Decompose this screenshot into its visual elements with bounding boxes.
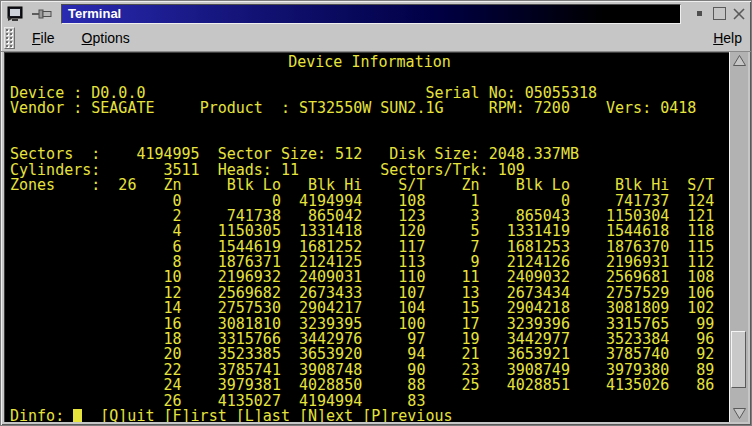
window-title: Terminal (68, 6, 121, 21)
zone-row: 8 1876371 2124125 113 9 2124126 2196931 … (10, 255, 729, 270)
terminal-app-icon (7, 6, 25, 22)
blank-line (10, 117, 729, 132)
zones-header-line: Zones : 26 Zn Blk Lo Blk Hi S/T Zn Blk L… (10, 178, 729, 193)
dinfo-menu-hints: [Q]uit [F]irst [L]ast [N]ext [P]revious (82, 409, 452, 422)
iconify-button[interactable] (691, 6, 707, 22)
zone-row: 16 3081810 3239395 100 17 3239396 331576… (10, 317, 729, 332)
pin-button[interactable] (31, 5, 53, 23)
zone-row: 4 1150305 1331418 120 5 1331419 1544618 … (10, 224, 729, 239)
zone-row: 2 741738 865042 123 3 865043 1150304 121 (10, 209, 729, 224)
zone-row: 24 3979381 4028850 88 25 4028851 4135026… (10, 378, 729, 393)
zone-row: 14 2757530 2904217 104 15 2904218 308180… (10, 301, 729, 316)
terminal-window: Terminal File Options Help Device Inform… (0, 0, 752, 426)
device-serial-line: Device : D0.0.0 Serial No: 05055318 (10, 86, 729, 101)
close-x-icon (732, 7, 746, 21)
close-button[interactable] (731, 6, 747, 22)
menubar: File Options Help (1, 25, 751, 52)
blank-line (10, 70, 729, 85)
scrollbar[interactable] (729, 52, 748, 422)
scrollbar-trough[interactable] (730, 69, 748, 405)
zone-row: 18 3315766 3442976 97 19 3442977 3523384… (10, 332, 729, 347)
zone-row: 26 4135027 4194994 83 (10, 394, 729, 409)
terminal-screen[interactable]: Device Information Device : D0.0.0 Seria… (4, 52, 729, 422)
scroll-down-button[interactable] (730, 405, 748, 422)
cylinders-line: Cylinders: 3511 Heads: 11 Sectors/Trk: 1… (10, 163, 729, 178)
menu-options[interactable]: Options (82, 30, 130, 46)
zone-row: 22 3785741 3908748 90 23 3908749 3979380… (10, 363, 729, 378)
sectors-line: Sectors : 4194995 Sector Size: 512 Disk … (10, 147, 729, 162)
zone-row: 0 0 4194994 108 1 0 741737 124 (10, 194, 729, 209)
zone-row: 6 1544619 1681252 117 7 1681253 1876370 … (10, 240, 729, 255)
zone-rows: 0 0 4194994 108 1 0 741737 124 2 741738 … (10, 194, 729, 409)
device-information-title: Device Information (10, 55, 729, 70)
iconify-dot-icon (697, 11, 702, 16)
zone-row: 10 2196932 2409031 110 11 2409032 256968… (10, 270, 729, 285)
dinfo-prompt-line: Dinfo: [Q]uit [F]irst [L]ast [N]ext [P]r… (10, 409, 729, 422)
zone-row: 12 2569682 2673433 107 13 2673434 275752… (10, 286, 729, 301)
scroll-up-button[interactable] (730, 52, 748, 69)
window-menu-button[interactable] (5, 5, 27, 23)
text-cursor[interactable] (73, 409, 82, 422)
pin-icon (31, 8, 53, 20)
maximize-square-icon (713, 7, 726, 20)
menu-help[interactable]: Help (713, 30, 742, 46)
arrow-down-icon (732, 407, 747, 420)
titlebar[interactable]: Terminal (1, 1, 751, 25)
arrow-up-icon (732, 54, 747, 67)
dinfo-prompt: Dinfo: (10, 409, 73, 422)
titlebar-drag-area[interactable]: Terminal (61, 4, 681, 24)
maximize-button[interactable] (711, 6, 727, 22)
menu-drag-handle[interactable] (4, 27, 15, 49)
menu-file[interactable]: File (32, 30, 55, 46)
vendor-product-line: Vendor : SEAGATE Product : ST32550W SUN2… (10, 101, 729, 116)
terminal-content: Device Information Device : D0.0.0 Seria… (4, 52, 748, 422)
zone-row: 20 3523385 3653920 94 21 3653921 3785740… (10, 347, 729, 362)
scrollbar-thumb[interactable] (731, 331, 746, 388)
blank-line (10, 132, 729, 147)
